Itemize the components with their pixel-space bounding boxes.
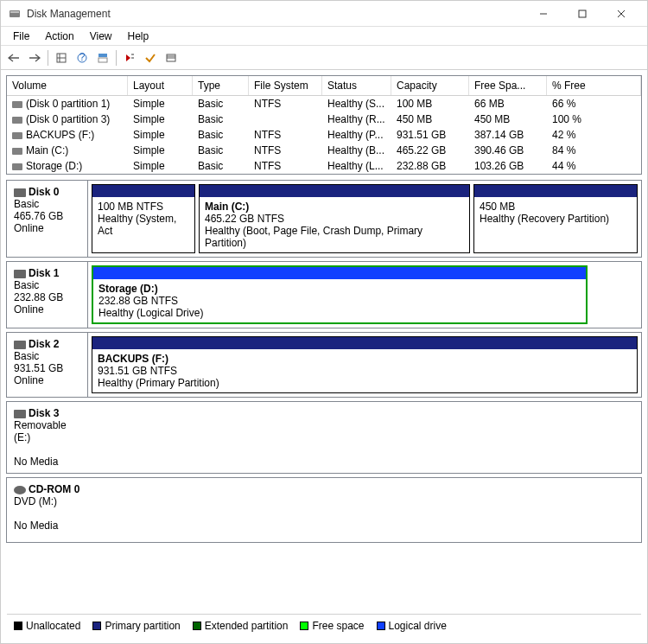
volume-icon (12, 132, 22, 139)
settings-button[interactable] (52, 48, 71, 67)
partition-body: 100 MB NTFS Healthy (System, Act (92, 197, 194, 252)
titlebar: Disk Management (1, 1, 647, 27)
volume-icon (12, 117, 22, 124)
partition-box[interactable]: 450 MB Healthy (Recovery Partition) (473, 184, 638, 253)
legend-extended: Extended partition (193, 620, 289, 632)
disk-info: CD-ROM 0 DVD (M:) No Media (7, 478, 88, 542)
action-button[interactable] (120, 48, 139, 67)
disk-type: Basic (14, 198, 80, 210)
volume-name: (Disk 0 partition 1) (26, 98, 110, 110)
menubar: File Action View Help (1, 27, 647, 46)
volume-name: Main (C:) (26, 144, 68, 156)
maximize-button[interactable] (562, 2, 601, 26)
partition-stripe (200, 185, 469, 197)
disk-panel-3[interactable]: Disk 3 Removable (E:) No Media (6, 401, 642, 474)
swatch-free (300, 622, 308, 630)
disk-partitions (88, 478, 641, 542)
partition-size: 100 MB NTFS (98, 201, 189, 213)
legend-logical: Logical drive (377, 620, 447, 632)
volume-icon (12, 148, 22, 155)
svg-rect-3 (579, 10, 586, 17)
col-filesystem[interactable]: File System (249, 76, 322, 95)
disk-partitions: 100 MB NTFS Healthy (System, Act Main (C… (88, 181, 641, 257)
partition-status: Healthy (System, Act (98, 213, 189, 237)
disk-name: Disk 2 (29, 338, 59, 350)
col-volume[interactable]: Volume (7, 76, 128, 95)
partition-box[interactable]: BACKUPS (F:) 931.51 GB NTFS Healthy (Pri… (92, 336, 638, 393)
partition-status: Healthy (Logical Drive) (98, 307, 581, 319)
col-free[interactable]: Free Spa... (469, 76, 547, 95)
window-title: Disk Management (27, 8, 524, 20)
list-button[interactable] (162, 48, 181, 67)
volume-icon (12, 101, 22, 108)
svg-rect-11 (98, 54, 107, 57)
col-pct[interactable]: % Free (547, 76, 641, 95)
partition-body: BACKUPS (F:) 931.51 GB NTFS Healthy (Pri… (92, 349, 637, 392)
partition-stripe (92, 185, 194, 197)
menu-file[interactable]: File (6, 29, 36, 44)
disk-status: No Media (14, 456, 81, 468)
col-capacity[interactable]: Capacity (391, 76, 469, 95)
cdrom-icon (14, 486, 26, 494)
volume-name: BACKUPS (F:) (26, 129, 94, 141)
disk-partitions: BACKUPS (F:) 931.51 GB NTFS Healthy (Pri… (88, 333, 641, 397)
close-button[interactable] (601, 2, 640, 26)
back-button[interactable] (4, 48, 23, 67)
partition-stripe (474, 185, 637, 197)
menu-view[interactable]: View (83, 29, 119, 44)
disk-panel-0[interactable]: Disk 0 Basic 465.76 GB Online 100 MB NTF… (6, 180, 642, 258)
partition-size: 931.51 GB NTFS (98, 365, 632, 377)
help-button[interactable]: ? (73, 48, 92, 67)
swatch-extended (193, 622, 201, 630)
disk-icon (14, 410, 26, 418)
partition-name: Storage (D:) (98, 283, 581, 295)
forward-button[interactable] (25, 48, 44, 67)
volume-row[interactable]: Storage (D:) Simple Basic NTFS Healthy (… (7, 158, 641, 174)
partition-status: Healthy (Recovery Partition) (480, 213, 632, 225)
minimize-button[interactable] (524, 2, 562, 26)
swatch-unallocated (14, 622, 22, 630)
disk-panel-2[interactable]: Disk 2 Basic 931.51 GB Online BACKUPS (F… (6, 332, 642, 398)
volume-list[interactable]: Volume Layout Type File System Status Ca… (6, 75, 642, 175)
check-button[interactable] (141, 48, 160, 67)
volume-list-header: Volume Layout Type File System Status Ca… (7, 76, 641, 96)
partition-name: Main (C:) (205, 201, 464, 213)
view-top-button[interactable] (93, 48, 112, 67)
partition-box[interactable]: 100 MB NTFS Healthy (System, Act (92, 184, 195, 253)
legend-primary: Primary partition (92, 620, 180, 632)
disk-name: Disk 0 (29, 186, 59, 198)
volume-row[interactable]: (Disk 0 partition 1) Simple Basic NTFS H… (7, 96, 641, 112)
disk-size: 232.88 GB (14, 291, 80, 303)
disk-icon (14, 270, 26, 278)
disk-status: Online (14, 222, 80, 234)
partition-size: 232.88 GB NTFS (98, 295, 581, 307)
disk-name: Disk 3 (29, 407, 59, 419)
col-type[interactable]: Type (193, 76, 249, 95)
toolbar-separator (116, 50, 117, 66)
partition-status: Healthy (Boot, Page File, Crash Dump, Pr… (205, 225, 464, 249)
partition-box[interactable]: Main (C:) 465.22 GB NTFS Healthy (Boot, … (199, 184, 470, 253)
disk-panel-cdrom[interactable]: CD-ROM 0 DVD (M:) No Media (6, 477, 642, 543)
disk-type: Removable (E:) (14, 419, 81, 443)
disk-panels: Disk 0 Basic 465.76 GB Online 100 MB NTF… (6, 180, 642, 543)
volume-name: (Disk 0 partition 3) (26, 113, 110, 125)
disk-type: Basic (14, 350, 80, 362)
col-status[interactable]: Status (322, 76, 391, 95)
svg-text:?: ? (79, 52, 86, 63)
partition-box-selected[interactable]: Storage (D:) 232.88 GB NTFS Healthy (Log… (92, 265, 588, 324)
disk-partitions (88, 402, 641, 473)
menu-help[interactable]: Help (121, 29, 156, 44)
col-layout[interactable]: Layout (128, 76, 193, 95)
volume-row[interactable]: Main (C:) Simple Basic NTFS Healthy (B..… (7, 143, 641, 158)
legend: Unallocated Primary partition Extended p… (7, 614, 641, 637)
volume-row[interactable]: (Disk 0 partition 3) Simple Basic Health… (7, 112, 641, 127)
disk-name: CD-ROM 0 (29, 483, 79, 495)
menu-action[interactable]: Action (38, 29, 80, 44)
partition-status: Healthy (Primary Partition) (98, 377, 632, 389)
svg-rect-1 (10, 11, 19, 13)
disk-panel-1[interactable]: Disk 1 Basic 232.88 GB Online Storage (D… (6, 261, 642, 328)
swatch-logical (377, 622, 385, 630)
disk-size: 931.51 GB (14, 362, 80, 374)
disk-type: DVD (M:) (14, 495, 81, 507)
volume-row[interactable]: BACKUPS (F:) Simple Basic NTFS Healthy (… (7, 127, 641, 143)
